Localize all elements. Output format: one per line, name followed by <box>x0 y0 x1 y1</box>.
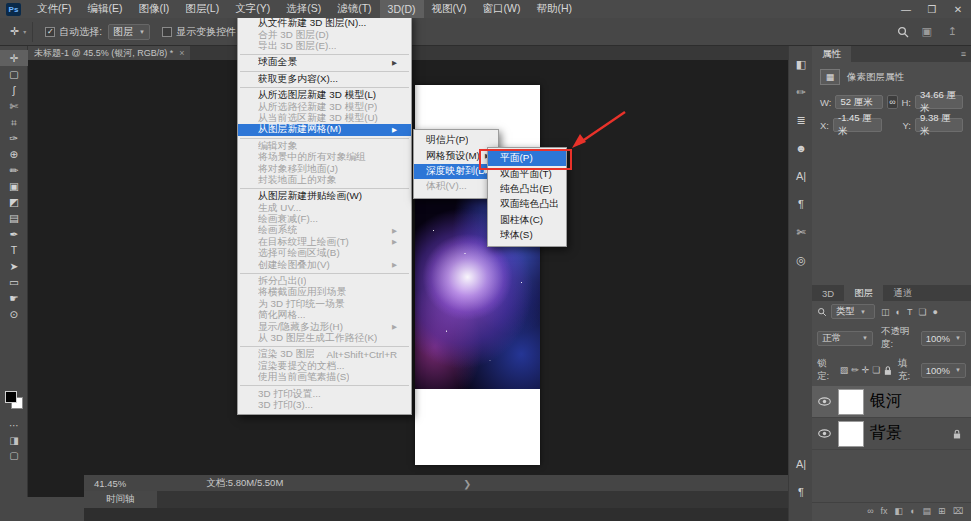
adjustments-panel-icon[interactable]: ◧ <box>789 50 813 78</box>
filter-adjustment-icon[interactable]: ◐ <box>896 307 901 317</box>
filter-type-icon[interactable]: T <box>907 307 913 317</box>
zoom-tool[interactable]: ⊙ <box>0 306 28 322</box>
lock-pixels-icon[interactable]: ✏ <box>851 365 859 375</box>
height-field[interactable]: 34.66 厘米 <box>915 95 963 109</box>
link-dimensions-icon[interactable]: ∞ <box>887 95 897 109</box>
move-tool-icon[interactable]: ✛ <box>6 25 23 38</box>
layer-thumbnail[interactable] <box>838 389 864 415</box>
close-tab-icon[interactable]: × <box>179 48 184 58</box>
close-button[interactable]: ✕ <box>945 0 971 18</box>
tab-properties[interactable]: 属性 <box>812 46 851 62</box>
gradient-tool[interactable]: ▤ <box>0 210 28 226</box>
tab-channels[interactable]: 通道 <box>883 285 922 301</box>
blend-mode-dropdown[interactable]: 正常 ▼ <box>817 331 873 346</box>
workspace-switcher-icon[interactable]: ▣ <box>917 25 935 38</box>
layer-row-galaxy[interactable]: 银河 <box>812 386 971 418</box>
menu-type[interactable]: 文字(Y) <box>227 0 278 18</box>
timeline-tab[interactable]: 时间轴 <box>84 491 157 508</box>
item-two-sided-solid-extrusion[interactable]: 双面纯色凸出(X) <box>488 197 566 212</box>
restore-button[interactable]: ❒ <box>919 0 945 18</box>
quick-selection-tool[interactable]: ✄ <box>0 98 28 114</box>
share-icon[interactable]: ↥ <box>944 25 961 38</box>
path-select-tool[interactable]: ➤ <box>0 258 28 274</box>
item-spherical-panorama[interactable]: 球面全景▶ <box>238 57 411 68</box>
auto-select-checkbox[interactable]: ✓ <box>45 27 55 37</box>
menu-file[interactable]: 文件(F) <box>29 0 79 18</box>
libraries-panel-icon[interactable]: ☻ <box>789 134 813 162</box>
quick-mask-button[interactable]: ◨ <box>0 433 28 448</box>
item-sphere[interactable]: 球体(S) <box>488 228 566 243</box>
search-icon[interactable] <box>897 26 909 38</box>
filter-type-dropdown[interactable]: 类型 ▼ <box>831 304 875 319</box>
paragraph-styles-panel-icon[interactable]: ¶ <box>789 478 813 506</box>
crop-tool[interactable]: ⌗ <box>0 114 28 130</box>
document-tab[interactable]: 未标题-1 @ 45.5% (银河, RGB/8) * × <box>28 46 190 60</box>
lock-position-icon[interactable]: ✛ <box>862 365 870 375</box>
auto-select-dropdown[interactable]: 图层 ▼ <box>108 24 150 40</box>
edit-toolbar-button[interactable]: ⋯ <box>0 418 28 433</box>
y-field[interactable]: 9.38 厘米 <box>915 118 963 132</box>
item-cylinder[interactable]: 圆柱体(C) <box>488 213 566 228</box>
width-field[interactable]: 52 厘米 <box>835 95 883 109</box>
character-styles-panel-icon[interactable]: A| <box>789 450 813 478</box>
panel-menu-icon[interactable]: ≡ <box>961 49 966 59</box>
menu-window[interactable]: 窗口(W) <box>475 0 529 18</box>
brush-settings-panel-icon[interactable]: ✏ <box>789 78 813 106</box>
eyedropper-tool[interactable]: ✑ <box>0 130 28 146</box>
menu-help[interactable]: 帮助(H) <box>529 0 581 18</box>
marquee-tool[interactable]: ▢ <box>0 66 28 82</box>
foreground-color-swatch[interactable] <box>5 391 17 403</box>
visibility-eye-icon[interactable] <box>818 397 831 406</box>
item-new-mesh-from-layer[interactable]: 从图层新建网格(M)▶ <box>238 124 411 135</box>
delete-layer-icon[interactable]: ⌧ <box>953 506 963 516</box>
fill-dropdown[interactable]: 100% ▼ <box>921 363 966 378</box>
character-panel-icon[interactable]: A| <box>789 162 813 190</box>
pen-tool[interactable]: ✒ <box>0 226 28 242</box>
layer-name[interactable]: 背景 <box>870 423 902 444</box>
filter-smart-object-icon[interactable]: ● <box>933 307 938 317</box>
menu-filter[interactable]: 滤镜(T) <box>329 0 379 18</box>
clone-stamp-tool[interactable]: ▣ <box>0 178 28 194</box>
clone-source-panel-icon[interactable]: ◎ <box>789 246 813 274</box>
minimize-button[interactable]: — <box>893 0 919 18</box>
layer-name[interactable]: 银河 <box>870 391 902 412</box>
new-group-icon[interactable]: ▤ <box>923 506 932 516</box>
tool-preset-caret-icon[interactable]: ▾ <box>23 28 26 35</box>
menu-image[interactable]: 图像(I) <box>130 0 177 18</box>
healing-brush-tool[interactable]: ⊕ <box>0 146 28 162</box>
status-chevron-icon[interactable]: ❯ <box>463 478 471 489</box>
zoom-level-field[interactable]: 41.45% <box>84 478 136 489</box>
adjustment-layer-icon[interactable]: ◐ <box>910 506 915 516</box>
brushes-panel-icon[interactable]: ≣ <box>789 106 813 134</box>
visibility-eye-icon[interactable] <box>818 429 831 438</box>
tool-presets-panel-icon[interactable]: ✄ <box>789 218 813 246</box>
layer-style-icon[interactable]: fx <box>881 506 888 516</box>
item-solid-extrusion[interactable]: 纯色凸出(E) <box>488 182 566 197</box>
tab-layers[interactable]: 图层 <box>844 285 883 301</box>
lock-all-icon[interactable] <box>884 365 892 376</box>
filter-pixel-icon[interactable]: ◫ <box>881 307 890 317</box>
lasso-tool[interactable]: ʃ <box>0 82 28 98</box>
type-tool[interactable]: T <box>0 242 28 258</box>
x-field[interactable]: -1.45 厘米 <box>833 118 882 132</box>
show-transform-checkbox[interactable] <box>162 27 172 37</box>
menu-layer[interactable]: 图层(L) <box>177 0 227 18</box>
screen-mode-button[interactable]: ▢ <box>0 448 28 463</box>
item-postcard[interactable]: 明信片(P) <box>414 133 498 148</box>
shape-tool[interactable]: ▭ <box>0 274 28 290</box>
lock-transparent-icon[interactable]: ▨ <box>840 365 849 375</box>
layer-thumbnail[interactable] <box>838 421 864 447</box>
eraser-tool[interactable]: ◩ <box>0 194 28 210</box>
lock-artboard-icon[interactable]: ❏ <box>872 365 880 375</box>
filter-shape-icon[interactable]: ❏ <box>918 307 926 317</box>
menu-select[interactable]: 选择(S) <box>278 0 329 18</box>
hand-tool[interactable]: ☛ <box>0 290 28 306</box>
brush-tool[interactable]: ✏ <box>0 162 28 178</box>
add-mask-icon[interactable]: ◧ <box>895 506 904 516</box>
new-layer-icon[interactable]: ⊞ <box>938 506 946 516</box>
menu-edit[interactable]: 编辑(E) <box>79 0 130 18</box>
opacity-dropdown[interactable]: 100% ▼ <box>921 331 966 346</box>
layer-row-background[interactable]: 背景 <box>812 418 971 450</box>
tab-3d[interactable]: 3D <box>812 285 844 301</box>
move-tool[interactable]: ✛ <box>0 50 28 66</box>
